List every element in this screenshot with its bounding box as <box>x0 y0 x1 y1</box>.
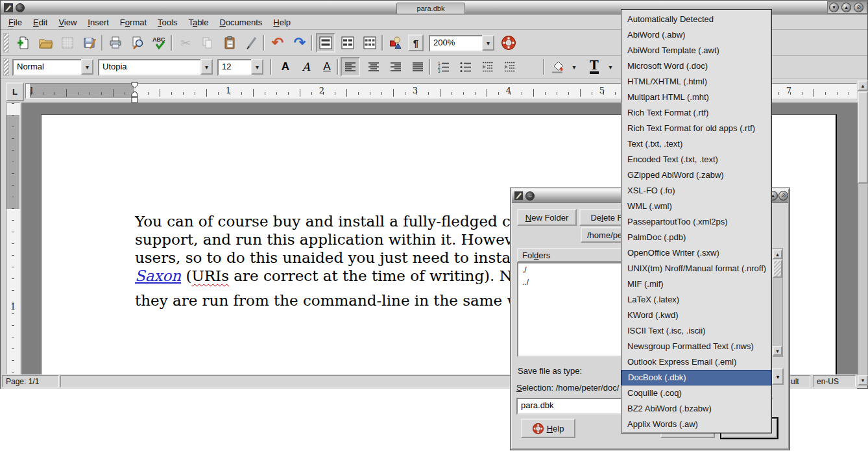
decrease-indent-button[interactable] <box>478 57 498 77</box>
menu-edit[interactable]: Edit <box>33 18 47 27</box>
files-list-scrollbar[interactable]: ▴ ▾ <box>773 248 783 357</box>
close-button[interactable]: ⊘ <box>854 3 863 12</box>
file-type-option[interactable]: Text (.txt, .text) <box>621 136 771 152</box>
file-type-option[interactable]: PalmDoc (.pdb) <box>621 230 771 245</box>
file-type-option[interactable]: OpenOffice Writer (.sxw) <box>621 245 771 261</box>
paste-button[interactable] <box>220 33 239 53</box>
zoom-dropdown-button[interactable]: ▾ <box>482 35 494 51</box>
menu-tools[interactable]: Tools <box>158 18 177 27</box>
italic-button[interactable]: A <box>296 57 316 77</box>
font-color-button[interactable]: T <box>585 57 604 77</box>
maximize-button[interactable]: ▴ <box>841 3 851 12</box>
file-type-combo-arrow[interactable]: ▾ <box>772 368 784 385</box>
file-type-option[interactable]: Automatically Detected <box>621 12 771 27</box>
scrollbar-thumb[interactable] <box>773 260 782 278</box>
align-left-button[interactable] <box>341 57 360 77</box>
bold-button[interactable]: A <box>276 57 295 77</box>
tab-selector-button[interactable]: L <box>6 82 24 101</box>
menu-format[interactable]: Format <box>120 18 147 27</box>
align-right-button[interactable] <box>386 57 405 77</box>
file-type-option[interactable]: XSL-FO (.fo) <box>621 183 771 199</box>
show-formatting-marks-button[interactable]: ¶ <box>408 34 424 51</box>
scrollbar-thumb[interactable] <box>858 91 868 184</box>
one-column-button[interactable] <box>316 33 335 53</box>
file-type-option[interactable]: Rich Text Format (.rtf) <box>621 105 771 121</box>
scroll-up-button[interactable]: ▴ <box>858 80 868 91</box>
file-type-option[interactable]: Outlook Express Email (.eml) <box>621 354 771 370</box>
indent-marker[interactable] <box>130 82 139 103</box>
font-select[interactable]: Utopia <box>98 59 203 76</box>
file-type-option[interactable]: AbiWord (.abw) <box>621 27 771 43</box>
undo-button[interactable]: ↶ <box>268 33 287 53</box>
toolbar-handle[interactable] <box>3 33 9 53</box>
file-type-option[interactable]: KWord (.kwd) <box>621 308 771 323</box>
align-justify-button[interactable] <box>408 57 428 77</box>
help-button[interactable] <box>499 33 518 53</box>
insert-symbol-button[interactable] <box>386 33 405 53</box>
redo-button[interactable]: ↷ <box>290 33 309 53</box>
hyperlink-text[interactable]: Saxon <box>135 267 181 284</box>
menu-view[interactable]: View <box>58 18 77 27</box>
spellcheck-button[interactable]: ABC <box>150 33 169 53</box>
font-size-dropdown-button[interactable]: ▾ <box>251 59 263 75</box>
style-dropdown-button[interactable]: ▾ <box>81 59 93 75</box>
new-document-button[interactable] <box>14 33 33 53</box>
print-preview-button[interactable] <box>128 33 147 53</box>
dialog-help-button[interactable]: Help <box>521 419 575 438</box>
file-type-option[interactable]: PassepartoutToo (.xml2ps) <box>621 214 771 230</box>
open-button[interactable] <box>36 33 55 53</box>
window-menu-button[interactable]: – <box>525 191 535 201</box>
file-type-option[interactable]: UNIX(tm) Nroff/Manual format (.nroff) <box>621 261 771 276</box>
vertical-ruler[interactable]: 1 <box>6 103 20 374</box>
highlight-color-button[interactable] <box>548 57 568 77</box>
file-type-option[interactable]: WML (.wml) <box>621 199 771 214</box>
font-size-select[interactable]: 12 <box>217 59 254 76</box>
two-columns-button[interactable] <box>338 33 357 53</box>
file-type-option[interactable]: Newsgroup Formatted Text (.nws) <box>621 339 771 354</box>
save-as-button[interactable] <box>80 33 99 53</box>
increase-indent-button[interactable] <box>500 57 520 77</box>
scroll-down-button[interactable]: ▾ <box>858 375 868 385</box>
toolbar-handle[interactable] <box>3 58 9 76</box>
menu-table[interactable]: Table <box>188 18 208 27</box>
file-type-option[interactable]: Rich Text Format for old apps (.rtf) <box>621 121 771 136</box>
align-center-button[interactable] <box>364 57 383 77</box>
menu-file[interactable]: File <box>8 18 22 27</box>
file-type-option[interactable]: Multipart HTML (.mht) <box>621 90 771 105</box>
highlight-color-dropdown[interactable]: ▾ <box>569 57 579 77</box>
three-columns-button[interactable] <box>360 33 380 53</box>
file-type-option[interactable]: Microsoft Word (.doc) <box>621 58 771 74</box>
font-color-dropdown[interactable]: ▾ <box>605 57 616 77</box>
menu-insert[interactable]: Insert <box>88 18 109 27</box>
scroll-down-button[interactable]: ▾ <box>773 346 782 356</box>
menu-help[interactable]: Help <box>273 18 291 27</box>
format-painter-button[interactable] <box>242 33 261 53</box>
numbered-list-button[interactable]: 123 <box>434 57 453 77</box>
zoom-input[interactable]: 200% <box>429 35 485 52</box>
file-type-option[interactable]: Applix Words (.aw) <box>621 417 771 432</box>
file-type-option[interactable]: Encoded Text (.txt, .text) <box>621 152 771 167</box>
file-type-option[interactable]: AbiWord Template (.awt) <box>621 43 771 58</box>
font-dropdown-button[interactable]: ▾ <box>200 59 213 75</box>
main-vertical-scrollbar[interactable]: ▴ ▾ <box>858 80 868 385</box>
new-folder-button[interactable]: New Folder <box>517 209 577 226</box>
file-type-option[interactable]: LaTeX (.latex) <box>621 292 771 308</box>
file-type-option[interactable]: Coquille (.coq) <box>621 385 771 401</box>
print-button[interactable] <box>106 33 125 53</box>
bullet-list-button[interactable] <box>456 57 476 77</box>
style-select[interactable]: Normal <box>12 59 84 76</box>
file-type-option[interactable]: GZipped AbiWord (.zabw) <box>621 167 771 183</box>
window-menu-button[interactable]: – <box>16 3 25 12</box>
language-indicator[interactable]: en-US <box>813 375 856 387</box>
file-type-dropdown-menu[interactable]: Automatically DetectedAbiWord (.abw)AbiW… <box>621 9 772 433</box>
underline-button[interactable]: A <box>317 57 337 77</box>
dialog-close-button[interactable]: ⊘ <box>778 191 788 201</box>
file-type-option[interactable]: HTML/XHTML (.html) <box>621 74 771 90</box>
file-type-option[interactable]: MIF (.mif) <box>621 276 771 292</box>
minimize-button[interactable]: ▾ <box>829 3 839 12</box>
file-type-option[interactable]: ISCII Text (.isc, .iscii) <box>621 323 771 339</box>
scroll-up-button[interactable]: ▴ <box>773 249 782 259</box>
menu-documents[interactable]: Documents <box>220 18 263 27</box>
file-type-option[interactable]: BZ2 AbiWord (.bzabw) <box>621 401 771 417</box>
file-type-option-selected[interactable]: DocBook (.dbk) <box>621 370 771 385</box>
